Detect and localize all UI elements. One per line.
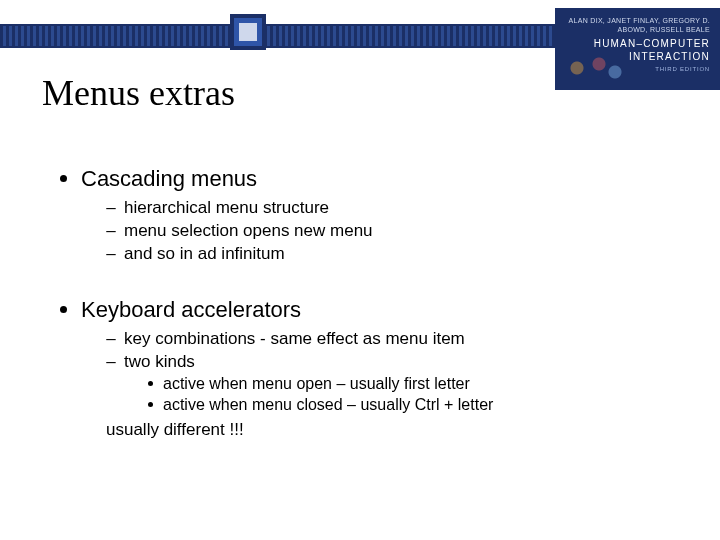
book-cover-art: [565, 54, 625, 82]
bullet-level2: –menu selection opens new menu: [106, 221, 670, 241]
bullet-dash-icon: –: [106, 198, 116, 218]
bullet-level3: active when menu open – usually first le…: [148, 375, 670, 393]
bullet-text: key combinations - same effect as menu i…: [124, 329, 465, 348]
bullet-text: active when menu closed – usually Ctrl +…: [163, 396, 493, 413]
bullet-dash-icon: –: [106, 352, 116, 372]
bullet-level1: Keyboard accelerators: [60, 297, 670, 323]
decorative-stripe: [0, 24, 555, 48]
book-authors: ALAN DIX, JANET FINLAY, GREGORY D. ABOWD…: [567, 16, 710, 35]
book-cover-panel: ALAN DIX, JANET FINLAY, GREGORY D. ABOWD…: [555, 8, 720, 90]
bullet-dash-icon: –: [106, 221, 116, 241]
bullet-dot-icon: [60, 306, 67, 313]
bullet-text: two kinds: [124, 352, 195, 371]
spacer: [60, 267, 670, 291]
slide: ALAN DIX, JANET FINLAY, GREGORY D. ABOWD…: [0, 0, 720, 540]
header-bar: ALAN DIX, JANET FINLAY, GREGORY D. ABOWD…: [0, 8, 720, 52]
slide-body: Cascading menus –hierarchical menu struc…: [60, 160, 670, 440]
bullet-dot-icon: [148, 381, 153, 386]
bullet-level3: active when menu closed – usually Ctrl +…: [148, 396, 670, 414]
bullet-text: menu selection opens new menu: [124, 221, 373, 240]
bullet-text: Keyboard accelerators: [81, 297, 301, 322]
bullet-dot-icon: [60, 175, 67, 182]
bullet-text: active when menu open – usually first le…: [163, 375, 470, 392]
bullet-dot-icon: [148, 402, 153, 407]
bullet-dash-icon: –: [106, 244, 116, 264]
bullet-text: Cascading menus: [81, 166, 257, 191]
decorative-square-icon: [230, 14, 266, 50]
bullet-text: hierarchical menu structure: [124, 198, 329, 217]
bullet-level2: –and so in ad infinitum: [106, 244, 670, 264]
bullet-dash-icon: –: [106, 329, 116, 349]
slide-title: Menus extras: [42, 72, 235, 114]
bullet-text: and so in ad infinitum: [124, 244, 285, 263]
bullet-level1: Cascading menus: [60, 166, 670, 192]
bullet-level2: –key combinations - same effect as menu …: [106, 329, 670, 349]
bullet-level2: –hierarchical menu structure: [106, 198, 670, 218]
bullet-level2: –two kinds: [106, 352, 670, 372]
bullet-note: usually different !!!: [106, 420, 670, 440]
